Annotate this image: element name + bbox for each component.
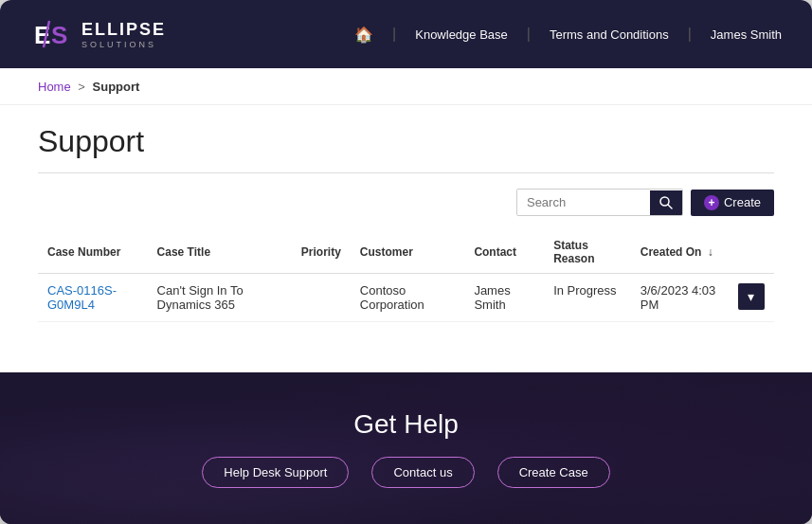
search-input[interactable] <box>517 190 650 215</box>
col-created-on[interactable]: Created On ↓ <box>631 231 729 274</box>
create-plus-icon: + <box>704 195 719 210</box>
sort-arrow-icon: ↓ <box>708 245 713 259</box>
nav-terms-conditions[interactable]: Terms and Conditions <box>550 27 669 42</box>
case-table: Case Number Case Title Priority Customer… <box>38 231 774 322</box>
cell-customer: Contoso Corporation <box>351 274 465 322</box>
svg-line-5 <box>668 205 672 208</box>
logo-text: ELLIPSE SOLUTIONS <box>81 20 166 49</box>
search-icon <box>659 196 673 209</box>
cell-created-on: 3/6/2023 4:03 PM <box>631 274 729 322</box>
col-status-reason: Status Reason <box>544 231 631 274</box>
create-label: Create <box>724 195 761 209</box>
cell-priority <box>292 274 351 322</box>
logo-name: ELLIPSE <box>81 20 166 40</box>
search-button[interactable] <box>650 190 682 215</box>
nav-user-profile[interactable]: James Smith <box>711 27 782 42</box>
col-case-number: Case Number <box>38 231 148 274</box>
breadcrumb: Home > Support <box>38 80 139 94</box>
logo-area: E S ELLIPSE SOLUTIONS <box>30 13 166 55</box>
app-window: E S ELLIPSE SOLUTIONS 🏠 | Knowledge Base… <box>0 0 812 524</box>
table-row: CAS-0116S-G0M9L4 Can't Sign In To Dynami… <box>38 274 774 322</box>
toolbar: + Create <box>38 189 774 216</box>
table-header-row: Case Number Case Title Priority Customer… <box>38 231 774 274</box>
search-box <box>516 189 683 216</box>
nav-links: 🏠 | Knowledge Base | Terms and Condition… <box>354 26 782 44</box>
cell-expand: ▾ <box>729 274 774 322</box>
breadcrumb-bar: Home > Support <box>0 68 812 105</box>
help-desk-button[interactable]: Help Desk Support <box>202 457 349 488</box>
header: E S ELLIPSE SOLUTIONS 🏠 | Knowledge Base… <box>0 0 812 68</box>
main-content: Support + Create Case Number <box>0 105 812 372</box>
logo-icon: E S <box>30 13 72 55</box>
breadcrumb-current: Support <box>93 80 140 94</box>
col-customer: Customer <box>351 231 465 274</box>
create-case-button[interactable]: Create Case <box>497 457 610 488</box>
get-help-overlay <box>0 372 812 524</box>
col-case-title: Case Title <box>148 231 292 274</box>
create-button[interactable]: + Create <box>691 190 774 216</box>
case-number-link[interactable]: CAS-0116S-G0M9L4 <box>47 283 117 312</box>
get-help-section: Get Help Help Desk Support Contact us Cr… <box>0 372 812 524</box>
col-expand <box>729 231 774 274</box>
row-expand-button[interactable]: ▾ <box>738 283 765 310</box>
page-title: Support <box>38 124 774 173</box>
cell-contact: James Smith <box>464 274 544 322</box>
get-help-title: Get Help <box>353 409 459 440</box>
nav-knowledge-base[interactable]: Knowledge Base <box>415 27 508 42</box>
col-contact: Contact <box>464 231 544 274</box>
cell-case-title: Can't Sign In To Dynamics 365 <box>148 274 292 322</box>
home-icon[interactable]: 🏠 <box>354 26 373 44</box>
svg-text:S: S <box>51 21 67 49</box>
get-help-buttons: Help Desk Support Contact us Create Case <box>202 457 609 488</box>
cell-case-number: CAS-0116S-G0M9L4 <box>38 274 148 322</box>
breadcrumb-home[interactable]: Home <box>38 80 71 94</box>
contact-us-button[interactable]: Contact us <box>371 457 474 488</box>
cell-status-reason: In Progress <box>544 274 631 322</box>
col-priority: Priority <box>292 231 351 274</box>
breadcrumb-separator: > <box>78 80 85 94</box>
logo-sub: SOLUTIONS <box>81 40 166 49</box>
